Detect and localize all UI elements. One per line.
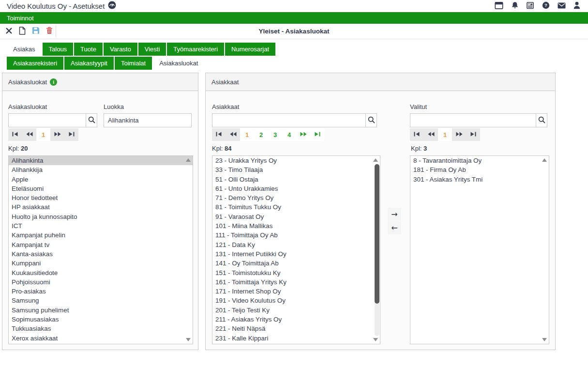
class-list-item[interactable]: Honor tiedotteet xyxy=(9,193,193,202)
tab-sub[interactable]: Asiakasluokat xyxy=(153,57,204,70)
tab-main[interactable]: Talous xyxy=(43,43,74,56)
customer-list-item[interactable]: 23 - Urakka Yritys Oy xyxy=(212,156,380,165)
customer-list-item[interactable]: 111 - Toimittaja Oy Ab xyxy=(212,231,380,240)
customer-list-item[interactable]: 141 - Oy Toimittaja Ab xyxy=(212,259,380,268)
class-list-item[interactable]: Xerox asiakkaat xyxy=(9,334,193,343)
class-list-item[interactable]: Eteläsuomi xyxy=(9,184,193,193)
class-list-item[interactable]: Kuukausitiedote xyxy=(9,268,193,277)
page-number-button[interactable]: 2 xyxy=(254,128,268,141)
info-icon[interactable]: i xyxy=(50,78,57,86)
customer-list-item[interactable]: 231 - Kalle Kippari xyxy=(212,334,380,343)
move-right-button[interactable]: → xyxy=(388,208,401,221)
customers-search-input[interactable] xyxy=(212,113,366,127)
class-list-item[interactable]: Kanta-asiakas xyxy=(9,249,193,259)
class-list-item[interactable]: HP asiakkaat xyxy=(9,202,193,212)
prev-page-button[interactable] xyxy=(424,128,438,141)
class-search-button[interactable] xyxy=(86,113,97,127)
class-list-item[interactable]: Pohjoissuomi xyxy=(9,277,193,287)
last-page-button[interactable] xyxy=(310,128,324,141)
class-list-item[interactable]: Samsung puhelimet xyxy=(9,306,193,315)
last-page-button[interactable] xyxy=(64,128,78,141)
delete-button[interactable] xyxy=(43,25,56,38)
customer-list-item[interactable]: 161 - Toimittaja Yritys Ky xyxy=(212,277,380,287)
next-page-button[interactable] xyxy=(452,128,466,141)
mail-button[interactable] xyxy=(558,2,566,10)
tab-sub[interactable]: Asiakastyypit xyxy=(64,57,114,70)
scroll-up-icon[interactable] xyxy=(186,158,191,162)
first-page-button[interactable] xyxy=(8,128,22,141)
customer-list-item[interactable]: 101 - Miina Mallikas xyxy=(212,221,380,231)
page-number-button[interactable]: 3 xyxy=(268,128,282,141)
class-list-item[interactable]: Pro-asiakas xyxy=(9,287,193,296)
scroll-up-icon[interactable] xyxy=(542,158,547,162)
menu-toiminnot[interactable]: Toiminnot xyxy=(7,15,34,22)
tab-main[interactable]: Tuote xyxy=(74,43,103,56)
class-list-item[interactable]: Kampanjat tv xyxy=(9,240,193,249)
next-page-button[interactable] xyxy=(296,128,310,141)
tab-main[interactable]: Varasto xyxy=(104,43,137,56)
tab-main[interactable]: Viesti xyxy=(138,43,166,56)
user-button[interactable] xyxy=(573,1,580,11)
customer-list-item[interactable]: 81 - Toimitus Tukku Oy xyxy=(212,202,380,212)
first-page-button[interactable] xyxy=(212,128,226,141)
customer-list-item[interactable]: 211 - Asiakas Yritys Oy xyxy=(212,315,380,324)
customer-list-item[interactable]: 61 - Unto Urakkamies xyxy=(212,184,380,193)
tab-main[interactable]: Työmaarekisteri xyxy=(167,43,224,56)
first-page-button[interactable] xyxy=(410,128,424,141)
customers-search-button[interactable] xyxy=(365,113,377,127)
class-list-item[interactable]: Apple xyxy=(9,175,193,184)
customer-list-item[interactable]: 191 - Video Koulutus Oy xyxy=(212,296,380,305)
save-button[interactable] xyxy=(29,25,43,38)
class-list-item[interactable]: Sopimusasiakas xyxy=(9,315,193,324)
scroll-up-icon[interactable] xyxy=(373,158,378,162)
class-list-item[interactable]: Huolto ja kunnossapito xyxy=(9,212,193,221)
scroll-down-icon[interactable] xyxy=(373,338,378,341)
scrollbar-thumb[interactable] xyxy=(375,164,379,304)
luokka-input[interactable] xyxy=(104,113,192,127)
valitut-search-input[interactable] xyxy=(410,113,536,127)
prev-page-button[interactable] xyxy=(22,128,36,141)
customer-list-item[interactable]: 121 - Data Ky xyxy=(212,240,380,249)
window-button[interactable] xyxy=(495,2,503,11)
customer-list-item[interactable]: 171 - Internet Shop Oy xyxy=(212,287,380,296)
scroll-down-icon[interactable] xyxy=(542,338,547,341)
valitut-list-item[interactable]: 301 - Asiakas Yritys Tmi xyxy=(410,175,549,184)
class-list-item[interactable]: Alihankinta xyxy=(9,156,193,165)
customer-list-item[interactable]: 221 - Neiti Näpsä xyxy=(212,324,380,333)
prev-page-button[interactable] xyxy=(226,128,240,141)
class-list-item[interactable]: Tukkuasiakas xyxy=(9,324,193,333)
class-list-item[interactable]: Kumppani xyxy=(9,259,193,268)
tab-sub[interactable]: Toimialat xyxy=(115,57,152,70)
last-page-button[interactable] xyxy=(466,128,480,141)
class-list-item[interactable]: ICT xyxy=(9,221,193,231)
valitut-list-item[interactable]: 8 - Tavarantoimittaja Oy xyxy=(410,156,549,165)
next-page-button[interactable] xyxy=(50,128,64,141)
tab-sub[interactable]: Asiakasrekisteri xyxy=(7,57,63,70)
page-number-button[interactable]: 4 xyxy=(282,128,296,141)
scroll-down-icon[interactable] xyxy=(186,338,191,341)
close-button[interactable] xyxy=(2,25,15,38)
news-button[interactable] xyxy=(527,2,534,11)
customer-list-item[interactable]: 151 - Toimistotukku Ky xyxy=(212,268,380,277)
help-button[interactable]: ? xyxy=(542,1,550,11)
class-list-item[interactable]: Alihankkija xyxy=(9,165,193,174)
tab-main[interactable]: Asiakas xyxy=(7,43,42,56)
customer-list-item[interactable]: 201 - Teijo Testi Ky xyxy=(212,306,380,315)
customer-list-item[interactable]: 33 - Timo Tilaaja xyxy=(212,165,380,174)
customer-list-item[interactable]: 91 - Varaosat Oy xyxy=(212,212,380,221)
class-search-input[interactable] xyxy=(8,113,86,127)
class-list-item[interactable]: Samsung xyxy=(9,296,193,305)
page-number-button[interactable]: 1 xyxy=(240,128,254,141)
new-document-button[interactable] xyxy=(15,25,29,38)
page-number-button[interactable]: 1 xyxy=(36,128,50,141)
tab-main[interactable]: Numerosarjat xyxy=(225,43,275,56)
move-left-button[interactable]: ← xyxy=(388,221,401,234)
class-list-item[interactable]: Kampanjat puhelin xyxy=(9,231,193,240)
notifications-button[interactable] xyxy=(511,1,519,11)
customer-list-item[interactable]: 71 - Demo Yritys Oy xyxy=(212,193,380,202)
page-number-button[interactable]: 1 xyxy=(438,128,452,141)
valitut-list-item[interactable]: 181 - Firma Oy Ab xyxy=(410,165,549,174)
customer-list-item[interactable]: 51 - Olli Ostaja xyxy=(212,175,380,184)
valitut-search-button[interactable] xyxy=(536,113,547,127)
customer-list-item[interactable]: 131 - Internet Putiikki Oy xyxy=(212,249,380,259)
